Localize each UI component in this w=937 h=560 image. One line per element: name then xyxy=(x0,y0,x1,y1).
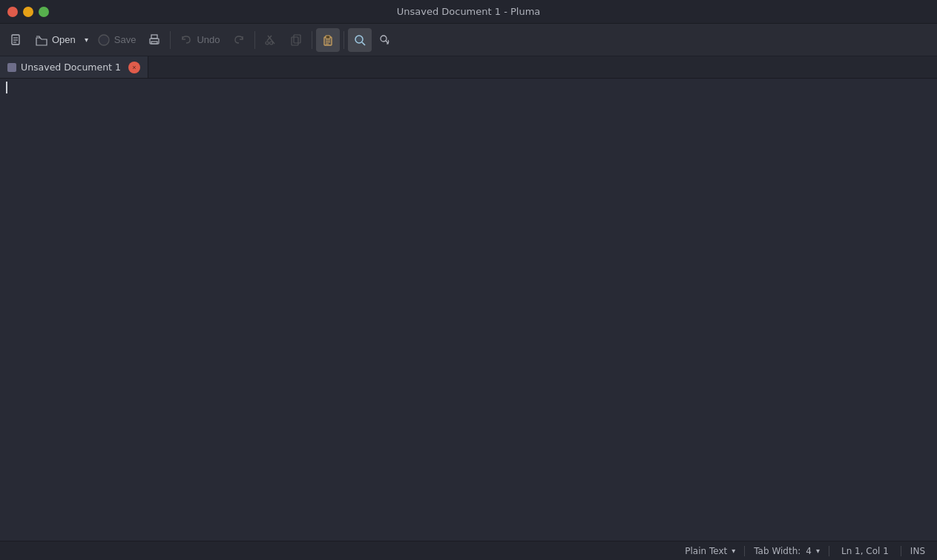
undo-icon xyxy=(180,33,193,47)
redo-button[interactable] xyxy=(227,28,251,52)
statusbar: Plain Text ▾ Tab Width: 4 ▾ Ln 1, Col 1 … xyxy=(0,541,937,560)
svg-rect-7 xyxy=(151,42,157,44)
cut-button[interactable] xyxy=(259,28,283,52)
open-dropdown-icon: ▾ xyxy=(85,36,88,44)
svg-point-11 xyxy=(269,42,272,45)
replace-button[interactable] xyxy=(373,28,397,52)
save-icon xyxy=(97,33,111,47)
paste-icon xyxy=(321,33,335,47)
save-label: Save xyxy=(114,34,137,45)
language-dropdown-icon: ▾ xyxy=(731,547,735,555)
insert-mode-indicator: INS xyxy=(904,541,931,560)
tab-width-selector[interactable]: Tab Width: 4 ▾ xyxy=(748,541,826,560)
tab-close-button[interactable]: × xyxy=(128,62,140,73)
svg-point-10 xyxy=(266,42,269,45)
tab-width-dropdown-icon: ▾ xyxy=(816,547,820,555)
language-selector[interactable]: Plain Text ▾ xyxy=(679,541,741,560)
window-title: Unsaved Document 1 - Pluma xyxy=(397,6,541,17)
svg-rect-13 xyxy=(292,37,298,45)
print-button[interactable] xyxy=(142,28,166,52)
editor-content[interactable] xyxy=(0,79,937,541)
find-icon xyxy=(353,33,366,47)
open-label: Open xyxy=(52,34,76,45)
replace-icon xyxy=(378,33,392,47)
cut-icon xyxy=(264,33,277,47)
insert-mode-label: INS xyxy=(910,546,925,556)
open-button[interactable]: Open xyxy=(30,28,81,52)
open-dropdown-button[interactable]: ▾ xyxy=(82,28,91,52)
minimize-button[interactable]: − xyxy=(23,7,33,17)
close-button[interactable]: × xyxy=(7,7,18,17)
svg-point-21 xyxy=(381,36,387,42)
text-cursor xyxy=(6,82,7,93)
svg-line-20 xyxy=(362,42,365,45)
tab-label: Unsaved Document 1 xyxy=(21,62,121,73)
svg-rect-15 xyxy=(326,36,330,39)
editor-area xyxy=(0,79,937,541)
separator-1 xyxy=(170,31,171,49)
find-button[interactable] xyxy=(348,28,372,52)
maximize-button[interactable]: + xyxy=(39,7,49,17)
svg-rect-6 xyxy=(151,35,157,39)
tab-width-label: Tab Width: xyxy=(754,546,800,556)
undo-label: Undo xyxy=(197,34,220,45)
new-icon xyxy=(10,33,23,47)
language-label: Plain Text xyxy=(685,546,727,556)
document-tab[interactable]: Unsaved Document 1 × xyxy=(0,56,148,78)
save-button[interactable]: Save xyxy=(92,28,142,52)
copy-button[interactable] xyxy=(284,28,308,52)
redo-icon xyxy=(232,33,246,47)
tab-icon xyxy=(7,63,16,72)
svg-rect-12 xyxy=(294,35,300,43)
separator-2 xyxy=(254,31,255,49)
open-icon xyxy=(35,33,48,47)
cursor-line xyxy=(6,82,931,93)
copy-icon xyxy=(289,33,303,47)
paste-button[interactable] xyxy=(316,28,340,52)
svg-point-19 xyxy=(355,36,363,43)
tab-width-value: 4 xyxy=(806,546,812,556)
tabbar: Unsaved Document 1 × xyxy=(0,56,937,79)
separator-4 xyxy=(343,31,344,49)
svg-point-4 xyxy=(99,35,109,45)
status-sep-2 xyxy=(829,546,829,556)
separator-3 xyxy=(312,31,312,49)
toolbar: Open ▾ Save Undo xyxy=(0,24,937,56)
position-indicator: Ln 1, Col 1 xyxy=(832,541,898,560)
window-controls: × − + xyxy=(7,7,49,17)
status-sep-3 xyxy=(901,546,901,556)
position-label: Ln 1, Col 1 xyxy=(841,546,889,556)
status-sep-1 xyxy=(744,546,745,556)
titlebar: × − + Unsaved Document 1 - Pluma xyxy=(0,0,937,24)
new-button[interactable] xyxy=(4,28,28,52)
print-icon xyxy=(148,33,161,47)
undo-button[interactable]: Undo xyxy=(174,28,225,52)
